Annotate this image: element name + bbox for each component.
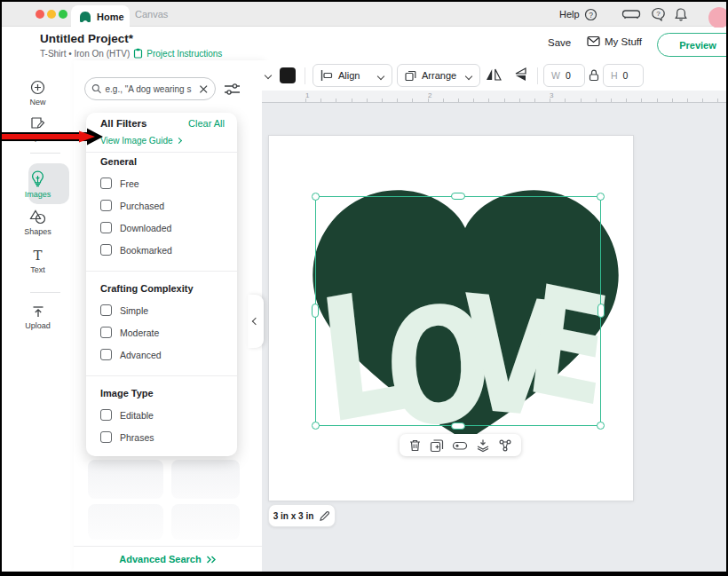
flip-vertical-button[interactable] [510,67,528,86]
advanced-search-link[interactable]: Advanced Search [119,554,201,564]
height-value: 0 [623,70,629,81]
checkbox-purchased[interactable] [100,200,112,211]
view-image-guide-link[interactable]: View Image Guide [100,136,181,146]
filter-row-purchased[interactable]: Purchased [100,200,164,211]
arrange-dropdown[interactable]: Arrange [397,64,480,87]
sidebar-item-text[interactable]: T Text [2,249,74,274]
filters-toggle-icon[interactable] [224,83,241,99]
delete-icon[interactable] [408,438,422,453]
clipboard-icon [133,48,143,59]
selection-handle-bottom-left[interactable] [312,422,320,430]
selection-handle-middle-right[interactable] [597,304,605,318]
selection-handle-bottom-center[interactable] [451,422,465,430]
double-chevron-right-icon [206,556,217,564]
sidebar-divider [30,292,60,293]
width-field[interactable]: W 0 [543,64,585,87]
sidebar-item-upload[interactable]: Upload [2,305,74,330]
filter-label-purchased: Purchased [120,201,164,211]
project-subtitle: T-Shirt • Iron On (HTV) [40,49,130,59]
checkbox-free[interactable] [100,178,112,189]
machine-status-icon[interactable] [621,6,641,22]
lock-aspect-button[interactable] [589,69,599,85]
checkbox-bookmarked[interactable] [100,244,112,256]
collapse-panel-button[interactable] [248,295,264,348]
sidebar-label-text: Text [30,265,45,274]
selection-handle-bottom-right[interactable] [597,422,605,430]
help-menu[interactable]: Help ? [559,6,597,22]
checkbox-downloaded[interactable] [100,222,112,233]
filter-row-free[interactable]: Free [100,178,139,189]
filter-row-downloaded[interactable]: Downloaded [100,222,171,233]
color-swatch[interactable] [280,67,296,83]
selection-handle-top-center[interactable] [451,193,465,200]
sidebar-label-templates: Templates [20,133,56,142]
selection-handle-top-right[interactable] [597,193,605,201]
filter-label-phrases: Phrases [120,432,154,443]
zoom-window-button[interactable] [59,10,67,19]
close-window-button[interactable] [36,10,44,19]
my-stuff-label: My Stuff [605,36,642,47]
project-instructions-link[interactable]: Project Instructions [146,49,222,59]
tab-home[interactable]: Home [71,5,130,28]
filter-section-image-type: Image Type [100,388,154,398]
selection-handle-top-left[interactable] [312,193,320,201]
my-stuff-button[interactable]: My Stuff [587,36,642,47]
edit-size-pencil-icon[interactable] [319,510,330,522]
filter-row-simple[interactable]: Simple [100,304,148,316]
selection-bounding-box[interactable] [315,196,601,426]
filter-row-phrases[interactable]: Phrases [100,431,154,443]
feedback-icon[interactable]: ? [651,6,666,22]
filter-row-moderate[interactable]: Moderate [100,327,159,338]
user-avatar[interactable] [708,7,726,28]
divider [305,67,305,84]
clear-search-icon[interactable] [199,84,209,94]
width-value: 0 [566,70,571,81]
workspace-body: New Templates Images [2,60,726,572]
minimize-window-button[interactable] [47,10,56,19]
hide-icon[interactable] [452,439,468,452]
filter-label-editable: Editable [120,410,154,421]
save-button[interactable]: Save [548,37,571,48]
height-label: H [611,70,618,81]
preview-button[interactable]: Preview [657,33,726,57]
attach-icon[interactable] [498,438,512,453]
selection-handle-middle-left[interactable] [312,304,319,318]
preview-label: Preview [679,40,716,51]
checkbox-simple[interactable] [100,304,112,316]
checkbox-phrases[interactable] [100,431,112,443]
checkbox-editable[interactable] [100,409,112,421]
flip-horizontal-icon [485,67,502,83]
tab-canvas[interactable]: Canvas [135,2,168,27]
loading-tile [171,504,240,540]
filter-row-editable[interactable]: Editable [100,409,154,421]
flip-horizontal-button[interactable] [485,67,502,86]
sidebar-item-templates[interactable]: Templates [2,116,74,142]
project-header: Untitled Project* T-Shirt • Iron On (HTV… [2,28,726,60]
window-titlebar: Home Canvas Help ? ? [2,2,726,27]
artwork-size-label: 3 in x 3 in [268,504,336,527]
view-image-guide-label: View Image Guide [100,136,173,146]
filter-row-bookmarked[interactable]: Bookmarked [100,244,172,256]
notifications-bell-icon[interactable] [674,6,688,22]
height-field[interactable]: H 0 [603,64,644,87]
sidebar-item-new[interactable]: New [2,80,74,107]
checkbox-advanced[interactable] [100,349,112,360]
ruler-ticks [305,99,726,102]
divider [86,152,237,153]
search-input[interactable] [105,84,195,94]
align-dropdown[interactable]: Align [313,64,392,87]
chevron-down-icon [378,73,384,79]
filter-label-downloaded: Downloaded [120,223,171,233]
image-search-bar[interactable] [84,77,216,100]
sidebar-item-images[interactable]: Images [2,170,74,199]
filter-label-free: Free [120,178,139,189]
align-left-icon [320,70,333,81]
loading-tile [88,460,163,499]
duplicate-icon[interactable] [430,438,444,453]
checkbox-moderate[interactable] [100,327,112,338]
clear-all-filters-button[interactable]: Clear All [188,118,225,129]
sidebar-item-shapes[interactable]: Shapes [2,209,74,236]
chevron-left-icon [252,318,259,325]
flatten-icon[interactable] [476,438,490,453]
filter-row-advanced[interactable]: Advanced [100,349,162,360]
